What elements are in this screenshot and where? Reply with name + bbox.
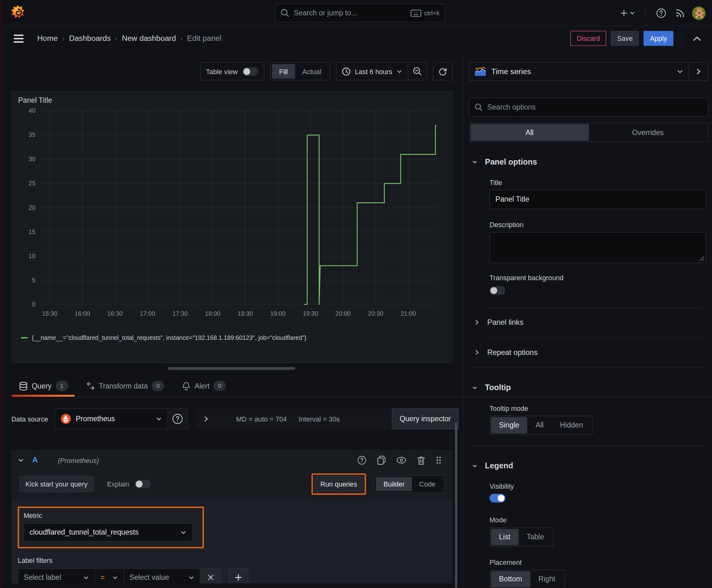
x-axis-tick: 17:30	[172, 310, 188, 317]
y-axis-tick: 15	[28, 228, 36, 235]
tab-alert[interactable]: Alert 0	[181, 381, 230, 397]
collapse-options-pane-button[interactable]	[689, 62, 708, 81]
drag-handle-icon[interactable]	[435, 456, 442, 465]
legend-visibility-toggle[interactable]	[490, 494, 505, 502]
query-options-bar[interactable]: MD = auto = 704 Interval = 30s	[196, 408, 394, 429]
select-value-dropdown[interactable]: Select value	[124, 568, 200, 583]
datasource-help-button[interactable]	[168, 408, 188, 429]
x-axis-tick: 18:30	[238, 310, 253, 317]
description-textarea[interactable]	[490, 232, 706, 263]
scrollbar-thumb[interactable]	[455, 422, 457, 588]
chevron-down-icon	[112, 574, 118, 581]
pane-resize-handle[interactable]	[168, 367, 295, 370]
apply-button[interactable]: Apply	[644, 31, 673, 46]
tooltip-body: Tooltip mode Single All Hidden	[469, 404, 708, 435]
tab-label: Alert	[195, 382, 210, 390]
y-axis-tick: 10	[28, 253, 36, 259]
plus-icon	[235, 574, 242, 581]
y-axis-tick: 25	[28, 180, 36, 187]
legend-mode-table[interactable]: Table	[519, 529, 552, 545]
panel-options-body: Title Description Transparent background	[469, 178, 708, 296]
table-view-control: Table view	[200, 62, 264, 80]
mega-menu-button[interactable]	[11, 31, 26, 46]
panel-title[interactable]: Panel Title	[17, 97, 447, 105]
tooltip-section-header[interactable]: Tooltip	[472, 383, 709, 392]
add-filter-button[interactable]	[229, 568, 249, 583]
tab-overrides[interactable]: Overrides	[589, 124, 707, 141]
panel-title-input[interactable]	[490, 190, 706, 209]
query-inspector-button[interactable]: Query inspector	[392, 408, 459, 429]
tooltip-mode-hidden[interactable]: Hidden	[552, 417, 591, 434]
placement-label: Placement	[490, 559, 708, 566]
duplicate-query-icon[interactable]	[377, 455, 386, 465]
add-new-button[interactable]	[618, 6, 637, 19]
actual-option[interactable]: Actual	[295, 64, 329, 79]
zoom-out-button[interactable]	[408, 63, 426, 80]
options-search-input[interactable]: Search options	[469, 98, 708, 117]
query-ref-id[interactable]: A	[33, 456, 38, 465]
repeat-options-section[interactable]: Repeat options	[475, 348, 709, 357]
panel-preview: Panel Title 051015202530354015:3016:0016…	[11, 91, 453, 363]
news-button[interactable]	[673, 6, 688, 20]
tooltip-mode-single[interactable]: Single	[491, 417, 527, 434]
discard-button[interactable]: Discard	[570, 31, 606, 46]
divider	[484, 338, 701, 338]
tab-all[interactable]: All	[470, 124, 589, 141]
visualization-picker[interactable]: Time series	[470, 67, 688, 77]
explain-toggle[interactable]	[135, 480, 151, 488]
global-search-input[interactable]: Search or jump to... ctrl+k	[275, 4, 446, 22]
series-label[interactable]: {__name__="cloudflared_tunnel_total_requ…	[32, 335, 306, 341]
time-series-chart[interactable]: 051015202530354015:3016:0016:3017:0017:3…	[17, 105, 448, 332]
query-help-icon[interactable]	[357, 455, 367, 465]
kick-start-button[interactable]: Kick start your query	[19, 476, 93, 492]
tab-badge: 1	[56, 381, 68, 391]
breadcrumb-new-dashboard[interactable]: New dashboard	[122, 34, 176, 43]
placement-bottom[interactable]: Bottom	[491, 571, 530, 587]
collapse-query-chevron-icon[interactable]	[18, 457, 24, 463]
x-axis-tick: 20:30	[368, 310, 383, 317]
breadcrumb-home[interactable]: Home	[37, 34, 58, 43]
legend-mode-list[interactable]: List	[491, 529, 519, 545]
placement-right[interactable]: Right	[530, 571, 563, 587]
explain-control: Explain	[107, 480, 151, 488]
time-series-viz-icon	[475, 67, 487, 77]
panel-options-header[interactable]: Panel options	[472, 157, 709, 166]
metric-select[interactable]: cloudflared_tunnel_total_requests	[24, 523, 192, 542]
plus-icon	[619, 8, 628, 18]
tab-query[interactable]: Query 1	[18, 381, 71, 397]
datasource-picker[interactable]: Prometheus	[54, 408, 168, 429]
panel-links-section[interactable]: Panel links	[475, 318, 709, 327]
breadcrumb-dashboards[interactable]: Dashboards	[69, 34, 111, 43]
divider	[469, 368, 707, 368]
collapse-header-button[interactable]	[690, 36, 704, 41]
save-button[interactable]: Save	[611, 31, 639, 46]
legend-section-header[interactable]: Legend	[472, 461, 709, 470]
transparent-background-toggle[interactable]	[490, 286, 505, 295]
run-queries-button[interactable]: Run queries	[314, 476, 364, 492]
fill-option[interactable]: Fill	[272, 64, 295, 79]
resize-corner-icon[interactable]	[699, 256, 704, 261]
tooltip-mode-all[interactable]: All	[527, 417, 552, 434]
toggle-visibility-icon[interactable]	[396, 456, 407, 465]
help-button[interactable]	[654, 6, 668, 20]
label-filters-row: Select label = Select value	[18, 568, 445, 583]
grafana-logo-icon[interactable]	[9, 4, 26, 21]
refresh-button[interactable]	[433, 62, 453, 80]
builder-option[interactable]: Builder	[376, 477, 412, 491]
title-label: Title	[490, 178, 708, 186]
select-label-dropdown[interactable]: Select label	[18, 568, 95, 583]
code-option[interactable]: Code	[412, 477, 443, 491]
visualization-picker-row: Time series	[469, 62, 708, 81]
delete-query-icon[interactable]	[417, 456, 425, 465]
zoom-out-icon	[413, 67, 422, 76]
x-axis-tick: 20:00	[335, 310, 351, 317]
select-value-placeholder: Select value	[129, 573, 182, 582]
time-range-picker[interactable]: Last 6 hours	[337, 67, 408, 76]
operator-dropdown[interactable]: =	[95, 568, 124, 583]
user-avatar[interactable]	[692, 6, 706, 20]
tab-transform-data[interactable]: Transform data 0	[85, 381, 168, 397]
y-axis-tick: 5	[32, 277, 36, 284]
table-view-toggle[interactable]	[242, 67, 258, 76]
time-controls: Last 6 hours	[336, 62, 427, 80]
remove-filter-button[interactable]	[200, 568, 221, 583]
